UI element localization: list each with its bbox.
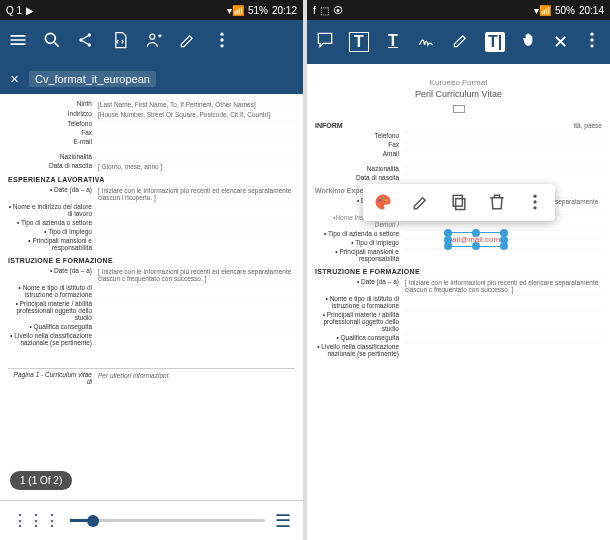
more-icon[interactable] — [525, 192, 545, 213]
app-icon: ⦿ — [333, 5, 343, 16]
page-slider[interactable] — [70, 519, 265, 522]
annotation-context-menu — [363, 184, 555, 221]
svg-point-11 — [378, 199, 380, 201]
svg-point-7 — [220, 44, 223, 47]
status-bar: f ⬚ ⦿ ▾📶 50% 20:14 — [307, 0, 610, 20]
svg-point-0 — [45, 33, 55, 43]
svg-point-17 — [533, 200, 536, 203]
status-time: 20:14 — [579, 5, 604, 16]
add-person-icon[interactable] — [144, 30, 164, 54]
selected-text-annotation[interactable]: ail@mail.com — [447, 232, 505, 247]
convert-icon[interactable] — [110, 30, 130, 54]
battery-pct: 51% — [248, 5, 268, 16]
signature-icon[interactable] — [417, 30, 437, 54]
svg-point-5 — [220, 33, 223, 36]
search-icon[interactable] — [42, 30, 62, 54]
flag-icon — [453, 105, 465, 113]
more-icon[interactable] — [212, 30, 232, 54]
bottom-bar: ⋮⋮⋮ ☰ — [0, 500, 303, 540]
play-icon: ▶ — [26, 5, 34, 16]
highlight-icon[interactable]: T — [383, 32, 403, 52]
status-network: Q 1 — [6, 5, 22, 16]
document-view[interactable]: Ninth[Last Name, First Name, To, if Pert… — [0, 94, 303, 500]
outline-icon[interactable]: ☰ — [275, 510, 291, 532]
menu-icon[interactable] — [8, 30, 28, 54]
wifi-icon: ▾📶 — [227, 5, 244, 16]
section-heading: ESPERIENZA LAVORATIVA — [8, 176, 295, 183]
svg-point-12 — [381, 197, 383, 199]
svg-point-16 — [533, 195, 536, 198]
edit-toolbar: T T T| ✕ — [307, 20, 610, 64]
phone-left: Q 1 ▶ ▾📶 51% 20:12 ✕ Cv_format_it_europe… — [0, 0, 303, 540]
text-cursor-icon[interactable]: T| — [485, 32, 505, 52]
more-icon[interactable] — [582, 30, 602, 54]
filename-tab[interactable]: Cv_format_it_european — [29, 71, 156, 87]
doc-title: Peril Curriculum Vitae — [315, 89, 602, 99]
share-icon[interactable] — [76, 30, 96, 54]
status-bar: Q 1 ▶ ▾📶 51% 20:12 — [0, 0, 303, 20]
section-heading: ISTRUZIONE E FORMAZIONE — [8, 257, 295, 264]
status-time: 20:12 — [272, 5, 297, 16]
svg-rect-14 — [455, 199, 464, 210]
svg-rect-15 — [453, 195, 462, 206]
svg-point-18 — [533, 206, 536, 209]
edit-icon[interactable] — [178, 30, 198, 54]
page-counter: 1 (1 Of 2) — [10, 471, 72, 490]
battery-pct: 50% — [555, 5, 575, 16]
close-tab-icon[interactable]: ✕ — [10, 73, 19, 86]
toolbar — [0, 20, 303, 64]
pen-icon[interactable] — [451, 30, 471, 54]
app-icon: ⬚ — [320, 5, 329, 16]
close-icon[interactable]: ✕ — [553, 31, 568, 53]
facebook-icon: f — [313, 5, 316, 16]
phone-right: f ⬚ ⦿ ▾📶 50% 20:14 T T T| ✕ Kuroeeo Form… — [307, 0, 610, 540]
svg-point-13 — [385, 199, 387, 201]
svg-point-10 — [590, 44, 593, 47]
textbox-icon[interactable]: T — [349, 32, 369, 52]
svg-point-8 — [590, 33, 593, 36]
svg-point-9 — [590, 38, 593, 41]
edit-icon[interactable] — [411, 192, 431, 213]
document-view[interactable]: Kuroeeo Format Peril Curriculum Vitae IN… — [307, 64, 610, 540]
doc-format: Kuroeeo Format — [315, 78, 602, 87]
tab-bar: ✕ Cv_format_it_european — [0, 64, 303, 94]
svg-point-4 — [150, 34, 155, 39]
delete-icon[interactable] — [487, 192, 507, 213]
pan-icon[interactable] — [519, 30, 539, 54]
thumbnail-grid-icon[interactable]: ⋮⋮⋮ — [12, 511, 60, 530]
comment-icon[interactable] — [315, 30, 335, 54]
wifi-icon: ▾📶 — [534, 5, 551, 16]
palette-icon[interactable] — [373, 192, 393, 213]
copy-icon[interactable] — [449, 192, 469, 213]
svg-point-6 — [220, 38, 223, 41]
